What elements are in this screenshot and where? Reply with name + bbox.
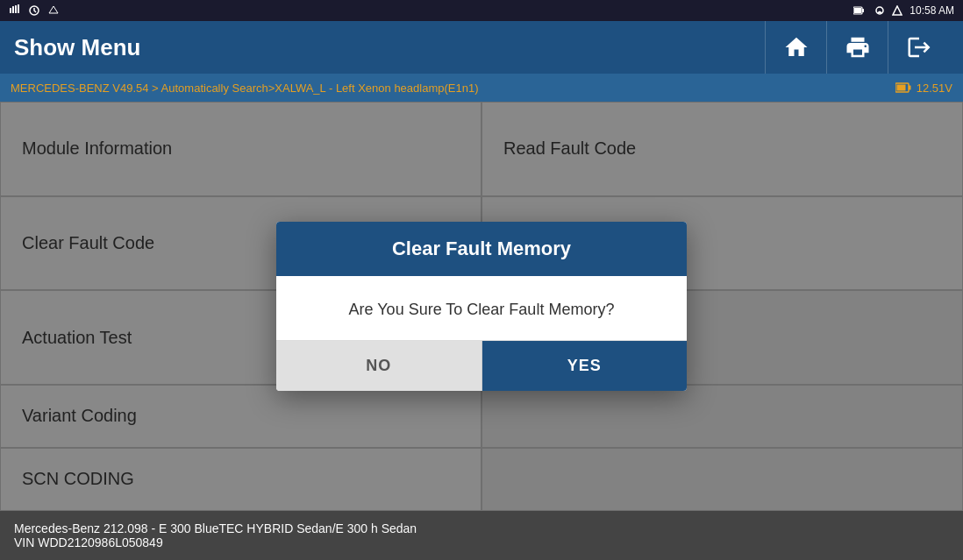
breadcrumb-battery: 12.51V	[895, 82, 952, 95]
status-bar-left	[9, 4, 60, 17]
modal-overlay: Clear Fault Memory Are You Sure To Clear…	[0, 102, 963, 511]
footer: Mercedes-Benz 212.098 - E 300 BlueTEC HY…	[0, 511, 963, 560]
svg-rect-12	[896, 85, 905, 91]
footer-line2: VIN WDD2120986L050849	[14, 535, 949, 549]
modal-body: Are You Sure To Clear Fault Memory?	[276, 276, 687, 340]
app-title: Show Menu	[14, 34, 140, 61]
svg-rect-1	[12, 6, 14, 13]
breadcrumb: MERCEDES-BENZ V49.54 > Automatically Sea…	[0, 74, 963, 102]
main-content: Module Information Read Fault Code Clear…	[0, 102, 963, 511]
breadcrumb-path: MERCEDES-BENZ V49.54 > Automatically Sea…	[11, 82, 479, 95]
clear-fault-memory-modal: Clear Fault Memory Are You Sure To Clear…	[276, 222, 687, 391]
no-button[interactable]: NO	[276, 341, 482, 391]
print-button[interactable]	[826, 21, 888, 74]
svg-rect-3	[18, 4, 19, 13]
home-button[interactable]	[765, 21, 826, 74]
svg-rect-11	[909, 86, 911, 90]
modal-title: Clear Fault Memory	[297, 237, 666, 260]
status-bar-right: 10:58 AM	[853, 4, 954, 17]
status-bar: 10:58 AM	[0, 0, 963, 21]
header-icon-group	[765, 21, 949, 74]
modal-message: Are You Sure To Clear Fault Memory?	[297, 301, 666, 319]
svg-marker-9	[893, 6, 902, 15]
modal-header: Clear Fault Memory	[276, 222, 687, 276]
app-header: Show Menu	[0, 21, 963, 74]
battery-voltage: 12.51V	[917, 82, 952, 95]
modal-footer: NO YES	[276, 340, 687, 391]
exit-button[interactable]	[888, 21, 949, 74]
yes-button[interactable]: YES	[482, 341, 688, 391]
svg-rect-0	[10, 8, 11, 13]
footer-line1: Mercedes-Benz 212.098 - E 300 BlueTEC HY…	[14, 521, 949, 535]
svg-rect-2	[15, 5, 17, 13]
svg-rect-6	[862, 9, 864, 12]
svg-rect-7	[854, 8, 861, 13]
status-time: 10:58 AM	[910, 4, 954, 17]
